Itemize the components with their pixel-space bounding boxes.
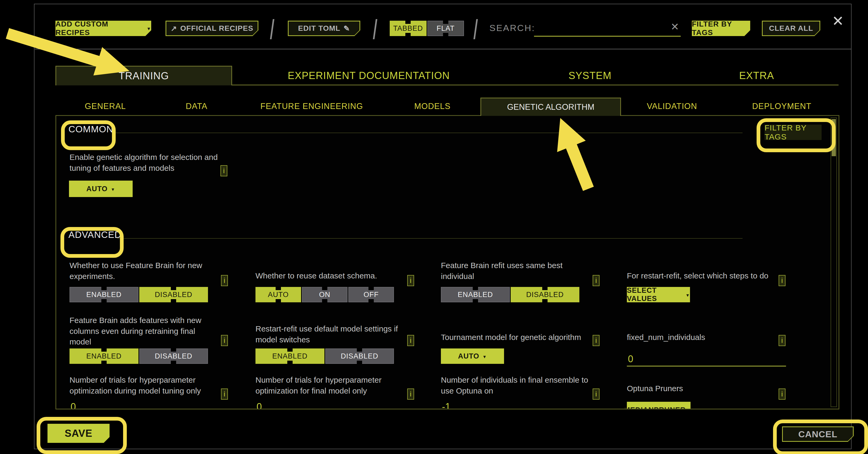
toolbar-divider xyxy=(35,49,851,49)
restart-refit-steps-dropdown[interactable]: SELECT VALUES ▼ xyxy=(627,287,690,302)
view-flat-button[interactable]: FLAT xyxy=(427,21,464,36)
toggle-refit-same-best-individual: ENABLED DISABLED xyxy=(441,287,579,302)
info-icon[interactable]: i xyxy=(407,275,414,286)
setting-label: Restart-refit use default model settings… xyxy=(255,324,409,345)
section-divider xyxy=(117,238,743,239)
official-recipes-button[interactable]: ↗ OFFICIAL RECIPES xyxy=(165,21,258,36)
info-icon[interactable]: i xyxy=(593,275,599,286)
setting-label: Whether to use Feature Brain for new exp… xyxy=(69,260,213,282)
toggle-option[interactable]: OFF xyxy=(348,287,394,302)
tab-experiment-documentation[interactable]: EXPERIMENT DOCUMENTATION xyxy=(239,66,499,86)
toggle-option[interactable]: DISABLED xyxy=(511,287,580,302)
info-icon[interactable]: i xyxy=(779,275,785,286)
fixed-num-individuals-input[interactable]: 0 xyxy=(627,349,786,366)
setting-label: For restart-refit, select which steps to… xyxy=(627,270,769,281)
close-icon[interactable]: ✕ xyxy=(832,14,844,28)
input-value: -1 xyxy=(442,401,451,410)
tournament-model-dropdown[interactable]: AUTO ▼ xyxy=(441,349,504,364)
chevron-down-icon: ▼ xyxy=(147,26,151,32)
chevron-down-icon: ▼ xyxy=(685,293,690,298)
toggle-restart-refit-default-settings: ENABLED DISABLED xyxy=(255,349,394,364)
toggle-option[interactable]: ENABLED xyxy=(69,287,138,302)
filter-by-tags-label: FILTER BY TAGS xyxy=(692,20,750,37)
setting-label: fixed_num_individuals xyxy=(627,332,705,343)
toggle-option[interactable]: DISABLED xyxy=(139,349,208,364)
subtab-data[interactable]: DATA xyxy=(157,98,236,115)
setting-label: Feature Brain adds features with new col… xyxy=(69,315,208,347)
save-label: SAVE xyxy=(65,428,93,439)
dropdown-value: SELECT VALUES xyxy=(627,286,682,303)
subtab-validation[interactable]: VALIDATION xyxy=(632,98,712,115)
dropdown-value: AUTO xyxy=(458,352,479,360)
search-input[interactable] xyxy=(534,36,681,37)
toggle-option[interactable]: ON xyxy=(302,287,347,302)
dropdown-value: AUTO xyxy=(86,185,107,193)
tab-training-label: TRAINING xyxy=(119,70,169,82)
external-link-icon: ↗ xyxy=(170,24,177,33)
info-icon[interactable]: i xyxy=(779,389,785,400)
subtab-general[interactable]: GENERAL xyxy=(65,98,145,115)
toggle-feature-brain-new-experiments: ENABLED DISABLED xyxy=(69,287,208,302)
view-mode-toggle: TABBED FLAT xyxy=(390,21,464,36)
tab-extra[interactable]: EXTRA xyxy=(704,66,810,86)
panel-scrollbar[interactable] xyxy=(831,118,837,407)
setting-label: Feature Brain refit uses same best indiv… xyxy=(441,260,574,282)
clear-all-label: CLEAR ALL xyxy=(769,24,813,33)
chevron-down-icon: ▼ xyxy=(689,408,693,410)
toggle-option[interactable]: ENABLED xyxy=(441,287,510,302)
dropdown-value: MEDIANPRUNER xyxy=(624,406,686,410)
pencil-icon: ✎ xyxy=(344,24,350,33)
input-value: 0 xyxy=(70,401,76,410)
setting-label: Tournament model for genetic algorithm xyxy=(441,332,581,343)
info-icon[interactable]: i xyxy=(221,335,228,346)
subtab-genetic-algorithm-label: GENETIC ALGORITHM xyxy=(507,102,594,112)
section-title-common: COMMON xyxy=(68,124,113,134)
toggle-option[interactable]: DISABLED xyxy=(139,287,208,302)
scrollbar-thumb[interactable] xyxy=(832,119,836,156)
section-divider xyxy=(112,133,743,133)
search-label: SEARCH: xyxy=(490,23,535,33)
save-button[interactable]: SAVE xyxy=(48,424,110,443)
view-tabbed-button[interactable]: TABBED xyxy=(390,21,427,36)
search-clear-icon[interactable]: ✕ xyxy=(671,22,679,32)
tuning-trials-input[interactable]: 0 xyxy=(69,396,229,410)
info-icon[interactable]: i xyxy=(220,165,227,176)
toggle-reuse-dataset-schema: AUTO ON OFF xyxy=(255,287,394,302)
toggle-option[interactable]: AUTO xyxy=(255,287,301,302)
setting-label: Number of individuals in final ensemble … xyxy=(441,375,589,396)
toggle-option[interactable]: ENABLED xyxy=(69,349,138,364)
final-model-trials-input[interactable]: 0 xyxy=(255,396,415,410)
expert-settings-screen: ADD CUSTOM RECIPES ▼ ↗ OFFICIAL RECIPES … xyxy=(0,0,868,454)
info-icon[interactable]: i xyxy=(593,335,599,346)
input-value: 0 xyxy=(256,401,262,410)
subtab-deployment[interactable]: DEPLOYMENT xyxy=(742,98,822,115)
cancel-button[interactable]: CANCEL xyxy=(782,426,854,442)
chevron-down-icon: ▼ xyxy=(482,354,487,359)
panel-filter-by-tags-button[interactable]: FILTER BY TAGS xyxy=(765,125,822,140)
optuna-individuals-input[interactable]: -1 xyxy=(441,396,600,410)
info-icon[interactable]: i xyxy=(779,335,785,346)
optuna-pruners-dropdown[interactable]: MEDIANPRUNER ▼ xyxy=(627,402,690,410)
filter-by-tags-button[interactable]: FILTER BY TAGS xyxy=(692,21,750,36)
edit-toml-button[interactable]: EDIT TOML ✎ xyxy=(288,21,360,36)
subtab-genetic-algorithm[interactable]: GENETIC ALGORITHM xyxy=(480,98,621,116)
subtab-models[interactable]: MODELS xyxy=(393,98,472,115)
clear-all-button[interactable]: CLEAR ALL xyxy=(762,21,820,36)
add-custom-recipes-button[interactable]: ADD CUSTOM RECIPES ▼ xyxy=(56,21,151,36)
settings-panel: COMMON FILTER BY TAGS Enable genetic alg… xyxy=(56,115,839,410)
cancel-label: CANCEL xyxy=(798,429,837,440)
ga-enable-dropdown[interactable]: AUTO ▼ xyxy=(69,181,133,197)
official-recipes-label: OFFICIAL RECIPES xyxy=(180,24,253,33)
toggle-option[interactable]: ENABLED xyxy=(255,349,324,364)
setting-label: Number of trials for hyperparameter opti… xyxy=(255,375,404,396)
setting-label: Optuna Pruners xyxy=(627,383,683,394)
tab-system[interactable]: SYSTEM xyxy=(537,66,643,86)
setting-label: Whether to reuse dataset schema. xyxy=(255,270,415,281)
edit-toml-label: EDIT TOML xyxy=(298,24,340,33)
toggle-option[interactable]: DISABLED xyxy=(325,349,394,364)
setting-label: Number of trials for hyperparameter opti… xyxy=(69,375,218,396)
info-icon[interactable]: i xyxy=(221,275,228,286)
tab-training[interactable]: TRAINING xyxy=(56,66,232,86)
subtab-feature-engineering[interactable]: FEATURE ENGINEERING xyxy=(245,98,378,115)
info-icon[interactable]: i xyxy=(407,335,414,346)
